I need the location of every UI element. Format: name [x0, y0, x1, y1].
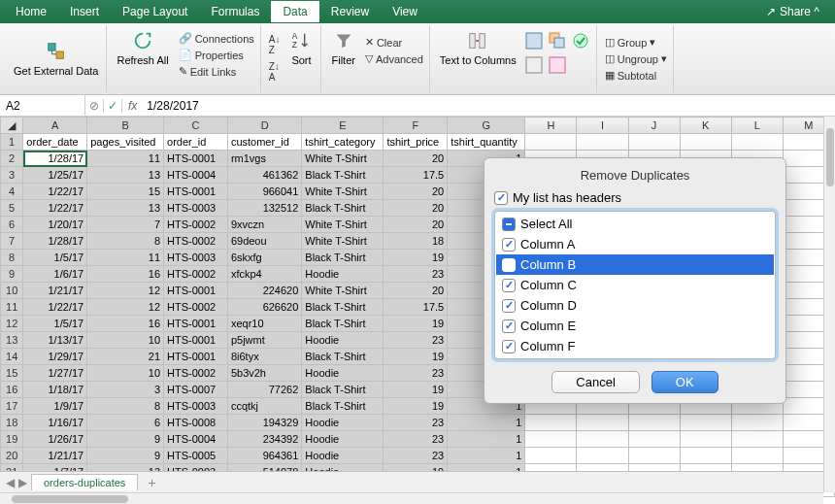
cell[interactable]: 224620 [227, 283, 301, 299]
cell[interactable]: Black T-Shirt [302, 299, 384, 316]
row-header-9[interactable]: 9 [1, 266, 23, 283]
cell[interactable]: 19 [384, 250, 448, 266]
cell[interactable]: 69deou [227, 233, 301, 250]
cell[interactable]: Black T-Shirt [302, 349, 384, 365]
cell[interactable]: HTS-0002 [164, 266, 228, 283]
cell[interactable]: xfckp4 [227, 266, 301, 283]
cell[interactable]: 23 [384, 448, 448, 464]
cell[interactable]: 626620 [227, 299, 301, 316]
vertical-scrollbar[interactable] [823, 117, 835, 492]
cell[interactable]: 10 [87, 365, 164, 382]
cell[interactable]: 1/20/17 [23, 217, 87, 233]
text-to-columns-button[interactable]: Text to Columns [436, 27, 520, 68]
cell[interactable]: 1/22/17 [23, 184, 87, 200]
cell[interactable]: Black T-Shirt [302, 200, 384, 217]
cell[interactable] [731, 134, 783, 151]
cell[interactable]: 1/16/17 [23, 415, 87, 431]
row-header-13[interactable]: 13 [1, 332, 23, 349]
col-header-J[interactable]: J [628, 118, 680, 134]
cell[interactable]: pages_visited [87, 134, 164, 151]
cell[interactable]: 20 [384, 200, 448, 217]
cell[interactable]: 1/29/17 [23, 349, 87, 365]
cell[interactable]: HTS-0003 [164, 200, 228, 217]
cell[interactable]: order_id [164, 134, 228, 151]
clear-filter-button[interactable]: ✕Clear [363, 35, 425, 50]
cell[interactable]: 1 [448, 431, 525, 448]
cell[interactable]: 8 [87, 233, 164, 250]
cell[interactable]: customer_id [227, 134, 301, 151]
sheet-nav-prev[interactable]: ◀ [6, 476, 15, 489]
sheet-tab[interactable]: orders-duplicates [31, 474, 138, 490]
column-option[interactable]: Column D [496, 295, 774, 316]
column-option[interactable]: Column F [496, 336, 774, 356]
row-header-16[interactable]: 16 [1, 382, 23, 398]
cell[interactable] [680, 431, 731, 448]
cell[interactable]: tshirt_price [384, 134, 448, 151]
cell[interactable] [577, 415, 628, 431]
cell[interactable] [525, 431, 577, 448]
cell[interactable]: 1/6/17 [23, 266, 87, 283]
cell[interactable]: HTS-0005 [164, 448, 228, 464]
properties-button[interactable]: 📄Properties [177, 48, 256, 62]
flash-fill-button[interactable] [524, 31, 546, 53]
cell[interactable]: 13 [87, 200, 164, 217]
cell[interactable]: 11 [87, 250, 164, 266]
cell[interactable]: 9xvczn [227, 217, 301, 233]
row-header-10[interactable]: 10 [1, 283, 23, 299]
cell[interactable]: HTS-0002 [164, 233, 228, 250]
cell[interactable] [577, 448, 628, 464]
cell[interactable]: 21 [87, 349, 164, 365]
cell[interactable]: 23 [384, 332, 448, 349]
column-option[interactable]: Column C [496, 275, 774, 295]
sheet-nav-next[interactable]: ▶ [18, 476, 27, 489]
ok-button[interactable]: OK [651, 371, 718, 393]
cell[interactable]: HTS-0004 [164, 431, 228, 448]
col-header-B[interactable]: B [87, 118, 164, 134]
cell[interactable]: 17.5 [384, 299, 448, 316]
cell[interactable]: 23 [384, 266, 448, 283]
column-option[interactable]: Column B [496, 254, 774, 275]
cell[interactable]: 8 [87, 398, 164, 415]
formula-input[interactable]: 1/28/2017 [143, 99, 202, 113]
cell[interactable]: tshirt_quantity [448, 134, 525, 151]
cell[interactable]: 12 [87, 283, 164, 299]
cell[interactable]: HTS-0007 [164, 382, 228, 398]
edit-links-button[interactable]: ✎Edit Links [177, 64, 256, 79]
col-header-D[interactable]: D [227, 118, 301, 134]
cell[interactable]: 1/28/17 [23, 233, 87, 250]
cell[interactable]: Hoodie [302, 431, 384, 448]
cell[interactable]: order_date [23, 134, 87, 151]
cell[interactable]: Hoodie [302, 365, 384, 382]
cell[interactable]: 19 [384, 398, 448, 415]
cell[interactable]: 1 [448, 448, 525, 464]
cell[interactable]: 1/28/17 [23, 151, 87, 167]
cell[interactable]: 6 [87, 415, 164, 431]
tab-view[interactable]: View [381, 1, 429, 22]
name-box[interactable]: A2 [0, 95, 85, 116]
row-header-15[interactable]: 15 [1, 365, 23, 382]
col-header-F[interactable]: F [384, 118, 448, 134]
cell[interactable]: 1/9/17 [23, 398, 87, 415]
cell[interactable]: 1/21/17 [23, 448, 87, 464]
cell[interactable]: Black T-Shirt [302, 382, 384, 398]
cell[interactable] [731, 415, 783, 431]
refresh-all-button[interactable]: Refresh All [113, 27, 172, 68]
cell[interactable]: 234392 [227, 431, 301, 448]
col-header-L[interactable]: L [731, 118, 783, 134]
cell[interactable]: 5b3v2h [227, 365, 301, 382]
row-header-4[interactable]: 4 [1, 184, 23, 200]
row-header-7[interactable]: 7 [1, 233, 23, 250]
cell[interactable]: HTS-0001 [164, 151, 228, 167]
cell[interactable]: 194329 [227, 415, 301, 431]
col-header-K[interactable]: K [680, 118, 731, 134]
cell[interactable]: 1 [448, 415, 525, 431]
cell[interactable]: xeqr10 [227, 316, 301, 332]
row-header-12[interactable]: 12 [1, 316, 23, 332]
cell[interactable]: White T-Shirt [302, 233, 384, 250]
tab-page-layout[interactable]: Page Layout [111, 1, 199, 22]
cell[interactable]: 461362 [227, 167, 301, 184]
cell[interactable]: 12 [87, 299, 164, 316]
cell[interactable]: 19 [384, 316, 448, 332]
cell[interactable]: 20 [384, 184, 448, 200]
cell[interactable]: HTS-0001 [164, 316, 228, 332]
